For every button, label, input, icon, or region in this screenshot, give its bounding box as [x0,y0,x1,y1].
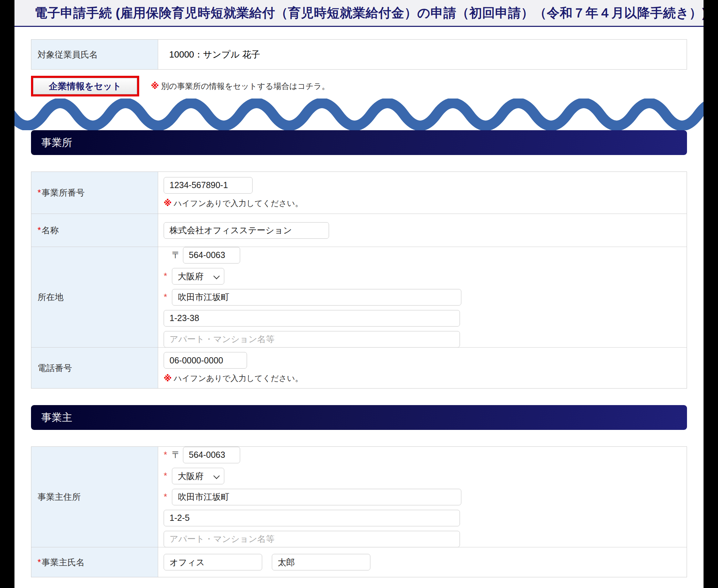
office-table: * 事業所番号 ※ ハイフンありで入力してください。 * 名称 [31,172,687,389]
owner-street-input[interactable] [164,510,460,526]
office-phone-row: 電話番号 ※ ハイフンありで入力してください。 [31,348,687,388]
postal-mark: 〒 [172,249,181,261]
office-phone-note: ※ ハイフンありで入力してください。 [164,373,680,384]
office-number-label: * 事業所番号 [31,172,158,214]
company-set-row: 企業情報をセット ※ 別の事業所の情報をセットする場合はコチラ。 [31,76,687,96]
owner-given-name-input[interactable] [272,554,370,570]
office-name-label: * 名称 [31,214,158,247]
set-company-info-button[interactable]: 企業情報をセット [33,78,137,94]
owner-city-input[interactable] [172,489,461,505]
required-asterisk: * [164,450,172,460]
section-header-owner-label: 事業主 [41,411,72,425]
owner-postal-input[interactable] [183,447,240,463]
company-set-note-text: 別の事業所の情報をセットする場合はコチラ。 [161,81,329,92]
required-asterisk: * [38,557,41,567]
owner-address-label: 事業主住所 [31,447,158,547]
owner-family-name-input[interactable] [164,554,262,570]
page-title-band: 電子申請手続 (雇用保険育児時短就業給付（育児時短就業給付金）の申請（初回申請）… [14,0,704,27]
employee-row: 対象従業員氏名 10000：サンプル 花子 [31,40,687,69]
section-header-owner: 事業主 [31,405,687,430]
employee-table: 対象従業員氏名 10000：サンプル 花子 [31,39,687,70]
application-page: 電子申請手続 (雇用保険育児時短就業給付（育児時短就業給付金）の申請（初回申請）… [14,0,704,588]
office-postal-input[interactable] [183,247,240,264]
owner-name-row: * 事業主氏名 [31,547,687,577]
office-building-input[interactable] [164,331,460,348]
highlight-frame: 企業情報をセット [31,76,139,96]
office-name-input[interactable] [164,222,329,239]
office-phone-label: 電話番号 [31,348,158,388]
employee-name-value: 10000：サンプル 花子 [158,40,687,69]
employee-name-label: 対象従業員氏名 [31,40,158,69]
office-number-input[interactable] [164,177,253,194]
office-address-label: 所在地 [31,247,158,347]
owner-building-input[interactable] [164,531,460,547]
owner-address-row: 事業主住所 * 〒 * 大阪府 [31,447,687,547]
company-set-note: ※ 別の事業所の情報をセットする場合はコチラ。 [151,81,330,92]
required-asterisk: * [164,292,172,302]
required-asterisk: * [164,492,172,502]
office-address-row: 所在地 〒 * 大阪府 [31,247,687,348]
required-asterisk: * [164,471,172,481]
required-asterisk: * [38,225,41,235]
owner-prefecture-select[interactable]: 大阪府 [172,468,224,484]
office-name-row: * 名称 [31,214,687,247]
owner-table: 事業主住所 * 〒 * 大阪府 [31,446,687,577]
office-phone-input[interactable] [164,352,247,369]
section-header-office: 事業所 [31,130,687,155]
office-number-row: * 事業所番号 ※ ハイフンありで入力してください。 [31,172,687,214]
note-mark: ※ [164,374,172,383]
section-header-office-label: 事業所 [41,136,72,150]
office-street-input[interactable] [164,310,460,327]
page-title: 電子申請手続 (雇用保険育児時短就業給付（育児時短就業給付金）の申請（初回申請）… [34,4,704,22]
note-mark: ※ [164,198,172,208]
owner-name-label: * 事業主氏名 [31,547,158,577]
required-asterisk: * [164,271,172,281]
postal-mark: 〒 [172,449,181,461]
office-city-input[interactable] [172,289,461,306]
required-asterisk: * [38,188,41,198]
office-number-note: ※ ハイフンありで入力してください。 [164,198,680,209]
wave-divider [14,99,704,130]
office-prefecture-select[interactable]: 大阪府 [172,268,224,285]
note-mark: ※ [151,81,159,91]
